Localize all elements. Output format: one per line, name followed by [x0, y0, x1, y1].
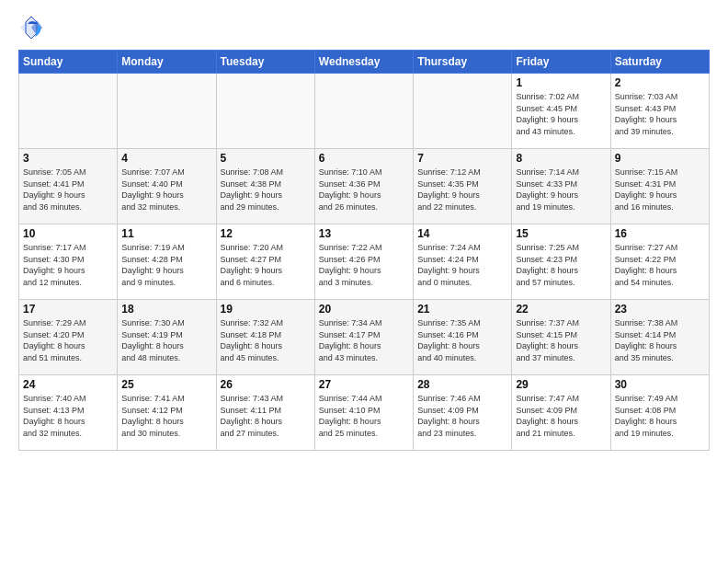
day-number: 16 — [615, 227, 705, 240]
header — [18, 15, 710, 40]
week-row-3: 10Sunrise: 7:17 AM Sunset: 4:30 PM Dayli… — [19, 224, 710, 300]
day-number: 22 — [516, 303, 606, 316]
day-cell: 7Sunrise: 7:12 AM Sunset: 4:35 PM Daylig… — [414, 149, 512, 224]
day-number: 17 — [23, 303, 113, 316]
calendar: Sunday Monday Tuesday Wednesday Thursday… — [18, 50, 710, 451]
day-number: 27 — [319, 378, 409, 391]
week-row-4: 17Sunrise: 7:29 AM Sunset: 4:20 PM Dayli… — [19, 300, 710, 375]
day-cell: 9Sunrise: 7:15 AM Sunset: 4:31 PM Daylig… — [610, 149, 709, 224]
day-cell: 17Sunrise: 7:29 AM Sunset: 4:20 PM Dayli… — [19, 300, 118, 375]
day-number: 21 — [417, 303, 507, 316]
day-cell: 29Sunrise: 7:47 AM Sunset: 4:09 PM Dayli… — [512, 375, 610, 451]
day-number: 24 — [23, 378, 113, 391]
day-cell — [314, 74, 413, 149]
day-info: Sunrise: 7:40 AM Sunset: 4:13 PM Dayligh… — [23, 393, 113, 439]
day-cell: 11Sunrise: 7:19 AM Sunset: 4:28 PM Dayli… — [118, 224, 216, 300]
calendar-header: Sunday Monday Tuesday Wednesday Thursday… — [19, 51, 710, 74]
day-cell — [19, 74, 118, 149]
col-tuesday: Tuesday — [216, 51, 314, 74]
day-info: Sunrise: 7:25 AM Sunset: 4:23 PM Dayligh… — [516, 242, 606, 288]
logo-icon — [18, 15, 44, 40]
day-number: 20 — [319, 303, 409, 316]
day-info: Sunrise: 7:03 AM Sunset: 4:43 PM Dayligh… — [615, 91, 705, 137]
day-cell: 27Sunrise: 7:44 AM Sunset: 4:10 PM Dayli… — [314, 375, 413, 451]
col-wednesday: Wednesday — [314, 51, 413, 74]
day-cell: 3Sunrise: 7:05 AM Sunset: 4:41 PM Daylig… — [19, 149, 118, 224]
day-number: 23 — [615, 303, 705, 316]
day-info: Sunrise: 7:34 AM Sunset: 4:17 PM Dayligh… — [319, 317, 409, 363]
day-cell — [216, 74, 314, 149]
day-info: Sunrise: 7:29 AM Sunset: 4:20 PM Dayligh… — [23, 317, 113, 363]
day-info: Sunrise: 7:44 AM Sunset: 4:10 PM Dayligh… — [319, 393, 409, 439]
day-cell: 19Sunrise: 7:32 AM Sunset: 4:18 PM Dayli… — [216, 300, 314, 375]
day-cell: 5Sunrise: 7:08 AM Sunset: 4:38 PM Daylig… — [216, 149, 314, 224]
day-cell: 23Sunrise: 7:38 AM Sunset: 4:14 PM Dayli… — [610, 300, 709, 375]
day-info: Sunrise: 7:41 AM Sunset: 4:12 PM Dayligh… — [121, 393, 211, 439]
day-info: Sunrise: 7:15 AM Sunset: 4:31 PM Dayligh… — [615, 167, 705, 213]
day-number: 11 — [121, 227, 211, 240]
day-info: Sunrise: 7:32 AM Sunset: 4:18 PM Dayligh… — [221, 317, 311, 363]
day-cell — [414, 74, 512, 149]
day-number: 2 — [615, 76, 705, 89]
day-cell: 8Sunrise: 7:14 AM Sunset: 4:33 PM Daylig… — [512, 149, 610, 224]
day-info: Sunrise: 7:14 AM Sunset: 4:33 PM Dayligh… — [516, 167, 606, 213]
day-info: Sunrise: 7:22 AM Sunset: 4:26 PM Dayligh… — [319, 242, 409, 288]
day-number: 14 — [417, 227, 507, 240]
day-number: 29 — [516, 378, 606, 391]
day-info: Sunrise: 7:20 AM Sunset: 4:27 PM Dayligh… — [221, 242, 311, 288]
day-info: Sunrise: 7:02 AM Sunset: 4:45 PM Dayligh… — [516, 91, 606, 137]
day-number: 10 — [23, 227, 113, 240]
day-number: 25 — [121, 378, 211, 391]
calendar-body: 1Sunrise: 7:02 AM Sunset: 4:45 PM Daylig… — [19, 74, 710, 451]
logo — [18, 15, 48, 40]
day-info: Sunrise: 7:37 AM Sunset: 4:15 PM Dayligh… — [516, 317, 606, 363]
day-number: 18 — [121, 303, 211, 316]
day-number: 1 — [516, 76, 606, 89]
day-info: Sunrise: 7:43 AM Sunset: 4:11 PM Dayligh… — [221, 393, 311, 439]
day-info: Sunrise: 7:24 AM Sunset: 4:24 PM Dayligh… — [417, 242, 507, 288]
week-row-5: 24Sunrise: 7:40 AM Sunset: 4:13 PM Dayli… — [19, 375, 710, 451]
day-info: Sunrise: 7:30 AM Sunset: 4:19 PM Dayligh… — [121, 317, 211, 363]
col-saturday: Saturday — [610, 51, 709, 74]
col-friday: Friday — [512, 51, 610, 74]
day-number: 13 — [319, 227, 409, 240]
day-cell: 14Sunrise: 7:24 AM Sunset: 4:24 PM Dayli… — [414, 224, 512, 300]
day-cell: 16Sunrise: 7:27 AM Sunset: 4:22 PM Dayli… — [610, 224, 709, 300]
day-cell: 25Sunrise: 7:41 AM Sunset: 4:12 PM Dayli… — [118, 375, 216, 451]
day-cell: 12Sunrise: 7:20 AM Sunset: 4:27 PM Dayli… — [216, 224, 314, 300]
day-cell — [118, 74, 216, 149]
day-cell: 26Sunrise: 7:43 AM Sunset: 4:11 PM Dayli… — [216, 375, 314, 451]
week-row-2: 3Sunrise: 7:05 AM Sunset: 4:41 PM Daylig… — [19, 149, 710, 224]
day-cell: 2Sunrise: 7:03 AM Sunset: 4:43 PM Daylig… — [610, 74, 709, 149]
day-cell: 4Sunrise: 7:07 AM Sunset: 4:40 PM Daylig… — [118, 149, 216, 224]
day-number: 12 — [221, 227, 311, 240]
col-thursday: Thursday — [414, 51, 512, 74]
day-info: Sunrise: 7:35 AM Sunset: 4:16 PM Dayligh… — [417, 317, 507, 363]
day-number: 30 — [615, 378, 705, 391]
day-cell: 6Sunrise: 7:10 AM Sunset: 4:36 PM Daylig… — [314, 149, 413, 224]
day-info: Sunrise: 7:17 AM Sunset: 4:30 PM Dayligh… — [23, 242, 113, 288]
day-cell: 21Sunrise: 7:35 AM Sunset: 4:16 PM Dayli… — [414, 300, 512, 375]
day-info: Sunrise: 7:12 AM Sunset: 4:35 PM Dayligh… — [417, 167, 507, 213]
day-cell: 10Sunrise: 7:17 AM Sunset: 4:30 PM Dayli… — [19, 224, 118, 300]
day-info: Sunrise: 7:08 AM Sunset: 4:38 PM Dayligh… — [221, 167, 311, 213]
col-sunday: Sunday — [19, 51, 118, 74]
day-number: 8 — [516, 152, 606, 165]
day-info: Sunrise: 7:46 AM Sunset: 4:09 PM Dayligh… — [417, 393, 507, 439]
page: Sunday Monday Tuesday Wednesday Thursday… — [0, 0, 728, 460]
weekday-row: Sunday Monday Tuesday Wednesday Thursday… — [19, 51, 710, 74]
day-number: 28 — [417, 378, 507, 391]
day-cell: 22Sunrise: 7:37 AM Sunset: 4:15 PM Dayli… — [512, 300, 610, 375]
day-number: 15 — [516, 227, 606, 240]
day-info: Sunrise: 7:19 AM Sunset: 4:28 PM Dayligh… — [121, 242, 211, 288]
day-info: Sunrise: 7:07 AM Sunset: 4:40 PM Dayligh… — [121, 167, 211, 213]
week-row-1: 1Sunrise: 7:02 AM Sunset: 4:45 PM Daylig… — [19, 74, 710, 149]
day-number: 3 — [23, 152, 113, 165]
day-cell: 15Sunrise: 7:25 AM Sunset: 4:23 PM Dayli… — [512, 224, 610, 300]
day-number: 26 — [221, 378, 311, 391]
day-cell: 20Sunrise: 7:34 AM Sunset: 4:17 PM Dayli… — [314, 300, 413, 375]
day-number: 19 — [221, 303, 311, 316]
day-number: 9 — [615, 152, 705, 165]
day-info: Sunrise: 7:10 AM Sunset: 4:36 PM Dayligh… — [319, 167, 409, 213]
day-info: Sunrise: 7:05 AM Sunset: 4:41 PM Dayligh… — [23, 167, 113, 213]
